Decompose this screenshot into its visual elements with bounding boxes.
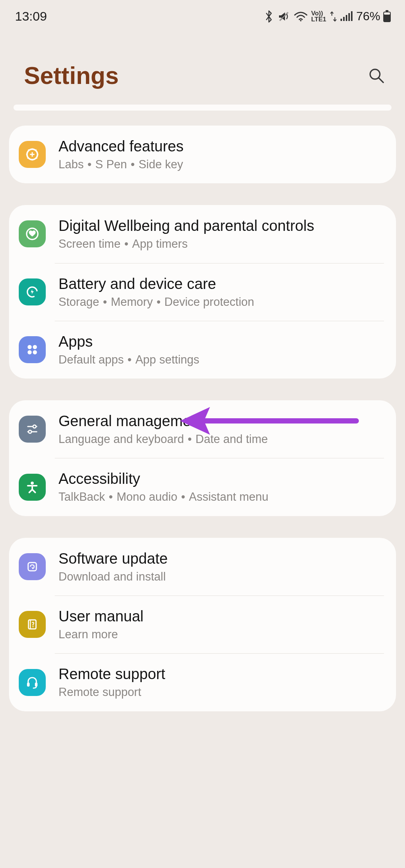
svg-point-18: [28, 345, 32, 349]
settings-item-user-manual[interactable]: User manual Learn more: [9, 596, 396, 653]
svg-rect-4: [343, 17, 345, 21]
settings-item-title: User manual: [58, 607, 383, 626]
svg-point-23: [33, 425, 36, 428]
settings-group: Digital Wellbeing and parental controls …: [9, 205, 396, 379]
settings-item-subtitle: Storage•Memory•Device protection: [58, 295, 383, 310]
settings-group: General management Language and keyboard…: [9, 400, 396, 516]
signal-icon: [340, 11, 352, 22]
settings-item-battery-device-care[interactable]: Battery and device care Storage•Memory•D…: [9, 263, 396, 321]
svg-rect-3: [340, 19, 342, 21]
settings-item-title: Battery and device care: [58, 274, 383, 293]
apps-icon: [19, 336, 46, 363]
svg-point-25: [28, 430, 32, 433]
settings-item-digital-wellbeing[interactable]: Digital Wellbeing and parental controls …: [9, 205, 396, 263]
scroll-indicator: [14, 105, 392, 111]
header: Settings: [0, 28, 405, 105]
svg-rect-5: [346, 15, 347, 21]
remote-support-icon: [19, 669, 46, 696]
svg-rect-31: [27, 682, 30, 687]
settings-item-subtitle: Remote support: [58, 685, 383, 700]
svg-rect-27: [28, 563, 36, 571]
page-title: Settings: [24, 62, 118, 90]
svg-point-20: [28, 350, 32, 355]
status-time: 13:09: [15, 9, 47, 24]
svg-rect-10: [386, 10, 388, 12]
settings-item-title: Software update: [58, 549, 383, 568]
settings-item-advanced-features[interactable]: Advanced features Labs•S Pen•Side key: [9, 126, 396, 183]
bluetooth-icon: [264, 10, 274, 23]
user-manual-icon: [19, 611, 46, 638]
battery-pct: 76%: [356, 9, 380, 23]
svg-point-21: [33, 350, 37, 355]
settings-item-subtitle: Default apps•App settings: [58, 352, 383, 367]
wellbeing-icon: [19, 220, 46, 247]
svg-point-2: [300, 20, 302, 21]
svg-line-12: [379, 78, 383, 82]
battery-icon: [382, 10, 392, 23]
settings-item-title: General management: [58, 412, 383, 430]
settings-item-title: Advanced features: [58, 137, 383, 156]
svg-point-19: [33, 345, 37, 349]
svg-rect-6: [348, 13, 350, 21]
settings-item-subtitle: Learn more: [58, 627, 383, 642]
settings-item-subtitle: TalkBack•Mono audio•Assistant menu: [58, 489, 383, 504]
volte-icon: Vo))LTE1: [311, 10, 326, 22]
svg-rect-7: [351, 11, 352, 21]
settings-item-subtitle: Download and install: [58, 569, 383, 584]
settings-group: Software update Download and install Use…: [9, 538, 396, 711]
settings-group: Advanced features Labs•S Pen•Side key: [9, 126, 396, 183]
advanced-features-icon: [19, 141, 46, 168]
svg-rect-28: [28, 620, 36, 629]
settings-item-title: Apps: [58, 332, 383, 351]
status-icons: Vo))LTE1 76%: [264, 9, 392, 23]
settings-item-accessibility[interactable]: Accessibility TalkBack•Mono audio•Assist…: [9, 458, 396, 516]
search-icon: [368, 67, 386, 85]
settings-item-software-update[interactable]: Software update Download and install: [9, 538, 396, 596]
settings-item-subtitle: Labs•S Pen•Side key: [58, 157, 383, 172]
updown-icon: [330, 11, 337, 22]
status-bar: 13:09 Vo))LTE1 76%: [0, 0, 405, 28]
svg-point-30: [32, 626, 33, 627]
settings-item-apps[interactable]: Apps Default apps•App settings: [9, 321, 396, 379]
battery-care-icon: [19, 278, 46, 305]
search-button[interactable]: [366, 65, 387, 86]
accessibility-icon: [19, 474, 46, 501]
settings-item-subtitle: Language and keyboard•Date and time: [58, 432, 383, 447]
settings-item-title: Remote support: [58, 664, 383, 683]
settings-item-subtitle: Screen time•App timers: [58, 236, 383, 251]
vibrate-icon: [278, 11, 290, 22]
svg-rect-9: [384, 12, 390, 15]
general-management-icon: [19, 416, 46, 443]
settings-item-title: Accessibility: [58, 469, 383, 488]
software-update-icon: [19, 553, 46, 580]
settings-item-title: Digital Wellbeing and parental controls: [58, 216, 383, 235]
svg-point-26: [31, 482, 34, 485]
settings-item-remote-support[interactable]: Remote support Remote support: [9, 653, 396, 711]
settings-item-general-management[interactable]: General management Language and keyboard…: [9, 400, 396, 458]
wifi-icon: [294, 11, 308, 22]
